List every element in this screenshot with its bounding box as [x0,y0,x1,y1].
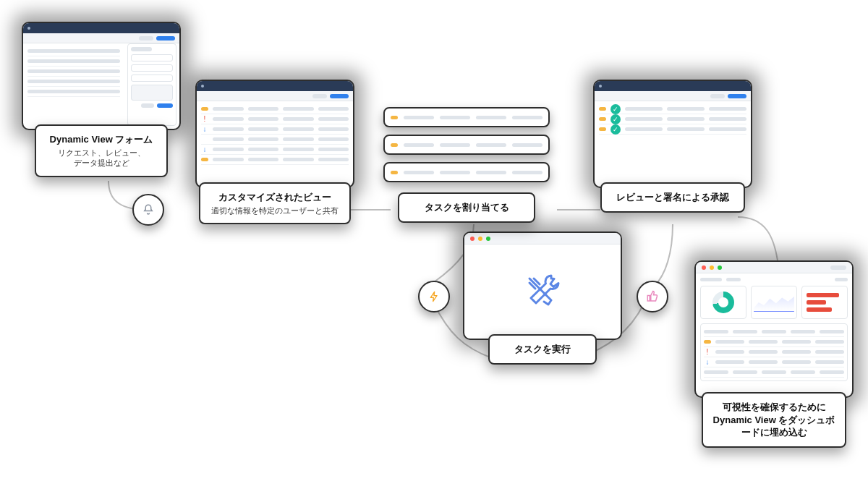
dashboard-label: 可視性を確保するために Dynamic View をダッシュボードに埋め込む [702,392,846,448]
line-chart-icon [754,293,794,312]
custom-title: カスタマイズされたビュー [209,191,341,204]
dashboard-title: 可視性を確保するために Dynamic View をダッシュボードに埋め込む [712,401,836,439]
customized-view-label: カスタマイズされたビュー 適切な情報を特定のユーザーと共有 [199,182,351,224]
bolt-icon [418,281,450,312]
dynamic-view-form-label: Dynamic View フォーム リクエスト、レビュー、 データ提出など [35,124,168,177]
assign-tasks-label: タスクを割り当てる [398,192,535,223]
form-title: Dynamic View フォーム [45,133,158,146]
bell-icon [132,194,164,226]
customized-view-illustration: ! ↓ ↓ [195,80,354,188]
dynamic-view-form-illustration [22,22,181,130]
custom-subtitle: 適切な情報を特定のユーザーと共有 [209,205,341,216]
bar-chart-icon [807,293,843,312]
tools-icon [519,268,566,315]
review-approve-illustration: ✓ ✓ ✓ [593,80,752,188]
approve-title: レビューと署名による承認 [610,191,735,204]
perform-task-illustration [463,231,622,340]
assign-title: タスクを割り当てる [408,201,525,214]
dashboard-illustration: ! ↓ [694,260,854,398]
perform-title: タスクを実行 [498,343,587,356]
form-subtitle: リクエスト、レビュー、 データ提出など [45,148,158,169]
donut-chart-icon [712,292,734,313]
perform-task-label: タスクを実行 [488,334,597,365]
assign-tasks-illustration: タスクを割り当てる [383,107,550,182]
review-approve-label: レビューと署名による承認 [600,182,745,213]
thumb-icon [637,281,668,312]
